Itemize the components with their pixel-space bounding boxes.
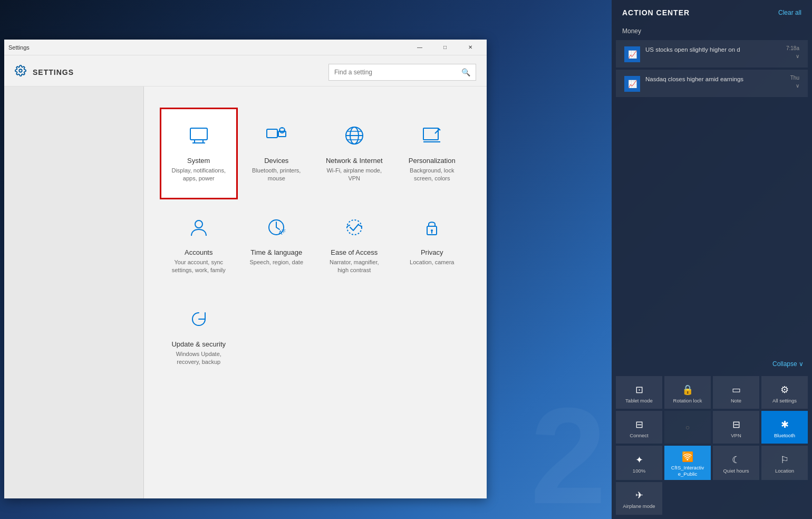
quick-tile-airplane[interactable]: ✈ Airplane mode — [616, 482, 662, 515]
quick-tile-quiethours[interactable]: ☾ Quiet hours — [713, 446, 759, 480]
quick-tile-wifi[interactable]: 🛜 CfIS_Interactiv e_Public — [664, 446, 711, 480]
quick-tile-bluetooth[interactable]: ✱ Bluetooth — [761, 411, 808, 444]
quick-tile-allsettings[interactable]: ⚙ All settings — [761, 376, 808, 409]
network-desc: Wi-Fi, airplane mode, VPN — [325, 167, 383, 183]
notification-time-0: 7:18a — [786, 45, 799, 51]
quick-tile-brightness[interactable]: ✦ 100% — [616, 446, 662, 480]
quick-tile-location[interactable]: ⚐ Location — [761, 446, 808, 480]
close-button[interactable]: ✕ — [458, 40, 482, 55]
airplane-mode-label: Airplane mode — [623, 503, 655, 509]
collapse-button[interactable]: Collapse ∨ — [612, 356, 812, 372]
system-desc: Display, notifications, apps, power — [170, 167, 228, 183]
quiet-hours-icon: ☾ — [732, 454, 740, 466]
settings-item-update[interactable]: Update & security Windows Update, recove… — [160, 291, 238, 383]
minimize-button[interactable]: — — [408, 40, 432, 55]
rotation-lock-icon: 🔒 — [682, 384, 693, 396]
settings-item-personalization[interactable]: Personalization Background, lock screen,… — [393, 108, 471, 199]
chevron-down-icon-1: ∨ — [796, 83, 799, 89]
rotation-lock-label: Rotation lock — [673, 398, 702, 403]
quick-tile-tablet[interactable]: ⊡ Tablet mode — [616, 376, 662, 409]
notification-item-0[interactable]: 📈 US stocks open slightly higher on d 7:… — [616, 40, 808, 68]
action-center-title: ACTION CENTER — [622, 8, 690, 17]
quiet-hours-label: Quiet hours — [723, 468, 749, 474]
update-desc: Windows Update, recovery, backup — [170, 350, 228, 367]
ease-name: Ease of Access — [331, 248, 378, 256]
notification-body-0: US stocks open slightly higher on d — [645, 45, 781, 54]
personalization-name: Personalization — [409, 157, 456, 165]
svg-rect-1 — [190, 128, 207, 140]
personalization-icon — [420, 124, 443, 150]
privacy-desc: Location, camera — [410, 258, 454, 266]
vpn-icon: ⊟ — [732, 419, 740, 430]
quick-tile-connect[interactable]: ⊟ Connect — [616, 411, 662, 444]
quick-grid: ⊡ Tablet mode 🔒 Rotation lock ▭ Note ⚙ A… — [616, 376, 808, 515]
connect-icon: ⊟ — [635, 419, 643, 430]
tablet-mode-icon: ⊡ — [635, 384, 643, 396]
window-header: SETTINGS 🔍 — [4, 55, 487, 86]
privacy-name: Privacy — [421, 248, 443, 256]
brightness-icon: ✦ — [635, 454, 643, 466]
time-desc: Speech, region, date — [249, 258, 303, 266]
search-input[interactable] — [334, 69, 461, 76]
location-label: Location — [775, 468, 794, 474]
network-name: Network & Internet — [326, 157, 383, 165]
notification-item-1[interactable]: 📈 Nasdaq closes higher amid earnings Thu… — [616, 70, 808, 97]
notification-body-1: Nasdaq closes higher amid earnings — [645, 75, 785, 83]
settings-item-devices[interactable]: Devices Bluetooth, printers, mouse — [238, 108, 316, 199]
location-icon: ⚐ — [780, 454, 789, 466]
search-box[interactable]: 🔍 — [328, 64, 476, 81]
accounts-name: Accounts — [185, 248, 212, 256]
ease-desc: Narrator, magnifier, high contrast — [325, 258, 383, 275]
window-title: Settings — [8, 44, 30, 51]
system-name: System — [187, 157, 210, 165]
settings-item-system[interactable]: System Display, notifications, apps, pow… — [160, 108, 238, 199]
clear-all-button[interactable]: Clear all — [778, 9, 801, 16]
hotspot-icon: ○ — [685, 423, 690, 431]
quick-actions: ⊡ Tablet mode 🔒 Rotation lock ▭ Note ⚙ A… — [612, 372, 812, 519]
sidebar — [4, 86, 144, 498]
connect-label: Connect — [630, 432, 648, 438]
vpn-label: VPN — [731, 432, 741, 438]
settings-title-text: SETTINGS — [33, 68, 74, 76]
update-name: Update & security — [171, 340, 226, 348]
search-icon: 🔍 — [461, 68, 470, 76]
wifi-label: CfIS_Interactiv e_Public — [666, 465, 709, 477]
bluetooth-label: Bluetooth — [774, 432, 795, 438]
settings-item-ease[interactable]: Ease of Access Narrator, magnifier, high… — [315, 199, 393, 291]
svg-rect-7 — [423, 128, 438, 140]
privacy-icon — [420, 216, 443, 242]
notification-icon-0: 📈 — [624, 46, 640, 62]
devices-icon — [265, 124, 288, 150]
svg-rect-2 — [267, 129, 277, 138]
window-titlebar: Settings — □ ✕ — [4, 40, 487, 55]
devices-desc: Bluetooth, printers, mouse — [248, 167, 306, 183]
notification-text-0: US stocks open slightly higher on d — [645, 45, 781, 54]
ease-icon — [343, 216, 366, 242]
note-label: Note — [731, 398, 741, 403]
maximize-button[interactable]: □ — [433, 40, 457, 55]
settings-item-network[interactable]: Network & Internet Wi-Fi, airplane mode,… — [315, 108, 393, 199]
notification-time-1: Thu — [790, 75, 799, 81]
quick-tile-vpn[interactable]: ⊟ VPN — [713, 411, 759, 444]
settings-item-privacy[interactable]: Privacy Location, camera — [393, 199, 471, 291]
quick-tile-note[interactable]: ▭ Note — [713, 376, 759, 409]
time-name: Time & language — [250, 248, 302, 256]
chevron-down-icon-0: ∨ — [796, 53, 799, 59]
settings-grid: System Display, notifications, apps, pow… — [160, 108, 471, 382]
airplane-mode-icon: ✈ — [635, 489, 643, 501]
settings-item-time[interactable]: A 字 Time & language Speech, region, date — [238, 199, 316, 291]
settings-title-area: SETTINGS — [15, 65, 74, 80]
quick-tile-rotation[interactable]: 🔒 Rotation lock — [664, 376, 711, 409]
settings-item-accounts[interactable]: Accounts Your account, sync settings, wo… — [160, 199, 238, 291]
quick-tile-hotspot[interactable]: ○ — [664, 411, 711, 444]
tablet-mode-label: Tablet mode — [625, 398, 653, 403]
accounts-icon — [187, 216, 210, 242]
notification-text-1: Nasdaq closes higher amid earnings — [645, 75, 785, 83]
update-icon — [187, 307, 210, 334]
accounts-desc: Your account, sync settings, work, famil… — [170, 258, 228, 275]
network-icon — [343, 124, 366, 150]
svg-point-8 — [195, 220, 202, 228]
window-controls: — □ ✕ — [408, 40, 482, 55]
settings-gear-icon — [15, 65, 26, 80]
notification-icon-1: 📈 — [624, 76, 640, 92]
